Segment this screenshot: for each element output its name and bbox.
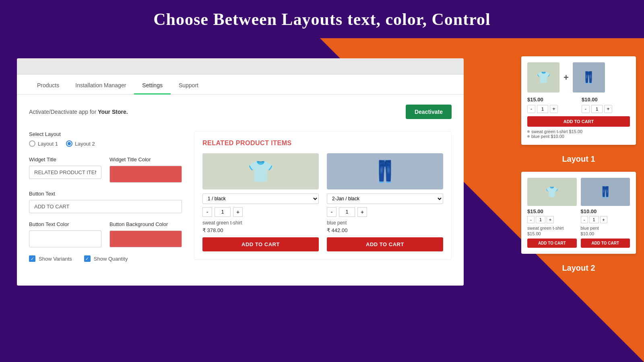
main-panel: Products Installation Manager Settings S… [17, 58, 464, 286]
radio-layout1-label: Layout 1 [38, 141, 58, 147]
checkbox-row: Show Variants Show Quantity [29, 255, 182, 262]
layout1-summary-item-2: blue pent $10.00 [527, 134, 630, 139]
preview-product-2: 👖 2-Jan / black - + blue pent ₹ [327, 153, 443, 251]
preview-widget-title: RELATED PRODUCT ITEMS [202, 140, 443, 147]
button-text-color-input[interactable] [29, 230, 101, 247]
widget-title-row: Widget Title Widget Title Color [29, 156, 182, 183]
preview-product-1-qty-input[interactable] [215, 207, 231, 217]
layout2-product1-price: $15.00 [527, 208, 577, 214]
panel-topbar [17, 58, 464, 74]
layout2-product1-add-to-cart[interactable]: ADD TO CART [527, 239, 577, 248]
preview-product-1-qty-minus[interactable]: - [202, 207, 212, 217]
button-text-color-label: Button Text Color [29, 221, 101, 227]
preview-product-2-qty-minus[interactable]: - [327, 207, 336, 217]
layout2-product2-price: $10.00 [581, 208, 630, 214]
layout1-product1-qty-val: 1 [537, 105, 548, 113]
activate-bar: Activate/Deactivate app for Your Store. … [29, 105, 452, 119]
preview-product-2-qty-input[interactable] [339, 207, 355, 217]
layout2-jeans-image: 👖 [581, 178, 630, 206]
layout1-product1-qty-minus[interactable]: - [527, 105, 535, 113]
radio-layout1-circle[interactable] [29, 140, 35, 147]
show-variants-option[interactable]: Show Variants [29, 255, 72, 262]
deactivate-button[interactable]: Deactivate [406, 105, 452, 119]
widget-title-color-label: Widget Title Color [109, 156, 182, 162]
preview-widget: RELATED PRODUCT ITEMS 👕 1 / black - [194, 131, 452, 260]
nav-settings[interactable]: Settings [134, 77, 171, 95]
nav-products[interactable]: Products [29, 77, 67, 95]
nav-support[interactable]: Support [171, 77, 206, 95]
radio-layout2[interactable]: Layout 2 [66, 140, 95, 147]
preview-product-2-add-to-cart[interactable]: ADD TO CART [327, 237, 443, 251]
show-variants-label: Show Variants [39, 256, 72, 262]
layout1-product2-price: $10.00 [582, 97, 630, 103]
layout1-summary-text-1: sweat green t-shirt $15.00 [531, 129, 582, 134]
preview-product-2-name[interactable]: blue pent [327, 220, 443, 226]
layout2-product2-qty-row: - 1 + [581, 216, 630, 223]
layout2-product2-qty-plus[interactable]: + [600, 216, 607, 223]
radio-layout2-circle[interactable] [66, 140, 72, 147]
right-previews: 👕 + 👖 $15.00 - 1 + $10.00 - 1 + [521, 56, 636, 276]
radio-layout2-label: Layout 2 [75, 141, 95, 147]
layout1-product2-qty-val: 1 [591, 105, 603, 113]
layout1-summary-text-2: blue pent $10.00 [531, 134, 564, 139]
layout2-product1-qty-minus[interactable]: - [527, 216, 535, 223]
layout1-product1-qty-plus[interactable]: + [550, 105, 558, 113]
preview-product-2-qty-row: - + [327, 207, 443, 217]
layout1-product1-price: $15.00 [527, 97, 576, 103]
show-variants-checkbox[interactable] [29, 255, 35, 262]
preview-product-2-variant[interactable]: 2-Jan / black [327, 193, 443, 204]
select-layout-group: Select Layout Layout 1 Layout 2 [29, 131, 182, 147]
layout1-products-row: 👕 + 👖 [527, 62, 630, 93]
preview-product-2-price: ₹ 442.00 [327, 227, 443, 233]
layout1-plus: + [564, 72, 569, 83]
button-bg-color-input[interactable] [109, 230, 182, 247]
show-quantity-option[interactable]: Show Quantity [84, 255, 128, 262]
preview-product-2-qty-plus[interactable]: + [357, 207, 367, 217]
panel-nav: Products Installation Manager Settings S… [17, 74, 464, 95]
button-colors-row: Button Text Color Button Background Colo… [29, 221, 182, 247]
layout1-add-to-cart-button[interactable]: ADD TO CART [527, 116, 630, 127]
button-text-input[interactable] [29, 200, 182, 213]
header: Choose Between Layouts text, color, Cont… [0, 0, 644, 38]
nav-installation-manager[interactable]: Installation Manager [67, 77, 134, 95]
layout1-product2-qty-plus[interactable]: + [604, 105, 612, 113]
settings-grid: Select Layout Layout 1 Layout 2 [29, 131, 452, 262]
page-title: Choose Between Layouts text, color, Cont… [153, 10, 490, 29]
layout2-product2: 👖 $10.00 - 1 + blue pent $10.00 ADD TO C… [581, 178, 630, 248]
preview-product-1-name[interactable]: sweat green t-shirt [202, 220, 319, 226]
panel-content: Activate/Deactivate app for Your Store. … [17, 95, 464, 286]
button-bg-color-group: Button Background Color [109, 221, 182, 247]
select-layout-label: Select Layout [29, 131, 182, 137]
show-quantity-checkbox[interactable] [84, 255, 91, 262]
preview-product-1-qty-plus[interactable]: + [233, 207, 243, 217]
button-text-label: Button Text [29, 191, 182, 197]
layout1-product2: $10.00 - 1 + [582, 97, 630, 113]
layout1-bottom: $15.00 - 1 + $10.00 - 1 + [527, 97, 630, 113]
layout-options: Layout 1 Layout 2 [29, 140, 182, 147]
preview-product-1-add-to-cart[interactable]: ADD TO CART [202, 237, 319, 251]
widget-title-group: Widget Title [29, 156, 101, 183]
layout1-summary: sweat green t-shirt $15.00 blue pent $10… [527, 129, 630, 139]
widget-title-input[interactable] [29, 166, 101, 179]
layout1-product2-qty-minus[interactable]: - [582, 105, 590, 113]
layout2-product1: 👕 $15.00 - 1 + sweat green t-shirt $15.0… [527, 178, 577, 248]
preview-product-1: 👕 1 / black - + sweat green t-shirt [202, 153, 319, 251]
radio-layout1[interactable]: Layout 1 [29, 140, 58, 147]
widget-title-color-group: Widget Title Color [109, 156, 182, 183]
preview-product-1-qty-row: - + [202, 207, 319, 217]
layout2-label: Layout 2 [521, 259, 636, 276]
layout2-product1-qty-plus[interactable]: + [547, 216, 554, 223]
preview-product-1-variant[interactable]: 1 / black [202, 193, 319, 204]
layout2-product1-qty-row: - 1 + [527, 216, 577, 223]
layout2-product2-add-to-cart[interactable]: ADD TO CART [581, 239, 630, 248]
layout1-summary-item-1: sweat green t-shirt $15.00 [527, 129, 630, 134]
layout1-product1-qty-row: - 1 + [527, 105, 576, 113]
show-quantity-label: Show Quantity [94, 256, 128, 262]
widget-title-label: Widget Title [29, 156, 101, 162]
layout2-products-row: 👕 $15.00 - 1 + sweat green t-shirt $15.0… [527, 178, 630, 248]
layout2-product2-qty-minus[interactable]: - [581, 216, 588, 223]
button-text-color-group: Button Text Color [29, 221, 101, 247]
widget-title-color-input[interactable] [109, 166, 182, 183]
layout1-summary-dot-1 [527, 130, 530, 133]
layout2-preview-card: 👕 $15.00 - 1 + sweat green t-shirt $15.0… [521, 172, 636, 254]
